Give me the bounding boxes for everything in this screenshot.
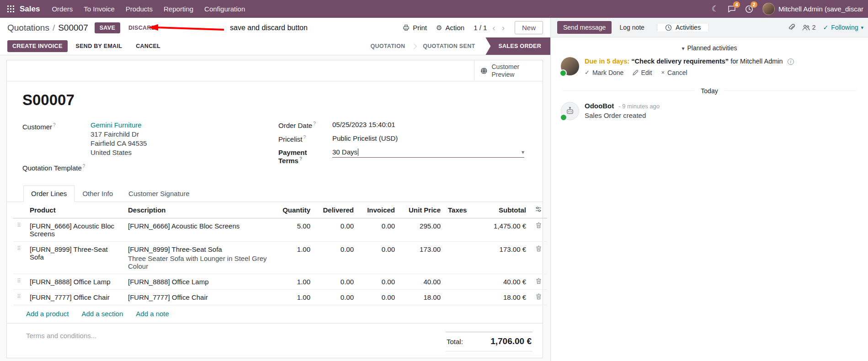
- save-button[interactable]: SAVE: [95, 22, 120, 33]
- line-delivered[interactable]: 0.00: [314, 274, 357, 290]
- pager-previous-icon[interactable]: ‹: [491, 23, 496, 32]
- line-unit-price[interactable]: 18.00: [399, 290, 444, 305]
- edit-activity-button[interactable]: Edit: [633, 69, 652, 76]
- line-taxes[interactable]: [444, 218, 479, 242]
- new-button[interactable]: New: [515, 21, 543, 34]
- menu-orders[interactable]: Orders: [46, 0, 78, 18]
- user-avatar[interactable]: [762, 3, 775, 15]
- terms-placeholder[interactable]: Terms and conditions...: [26, 332, 96, 340]
- header-delivered[interactable]: Delivered: [314, 202, 357, 218]
- line-invoiced[interactable]: 0.00: [357, 242, 399, 274]
- add-section-link[interactable]: Add a section: [81, 310, 123, 318]
- line-product[interactable]: [FURN_8999] Three-Seat Sofa: [26, 242, 124, 274]
- menu-products[interactable]: Products: [120, 0, 158, 18]
- app-name[interactable]: Sales: [20, 5, 40, 14]
- line-quantity[interactable]: 1.00: [275, 242, 314, 274]
- customer-name-link[interactable]: Gemini Furniture: [91, 121, 142, 129]
- line-description[interactable]: [FURN_8999] Three-Seat Sofa Three Seater…: [124, 242, 275, 274]
- pricelist-field[interactable]: Public Pricelist (USD): [332, 134, 398, 142]
- customer-preview-button[interactable]: Customer Preview: [474, 60, 543, 81]
- drag-handle-icon[interactable]: ⠿: [17, 278, 21, 284]
- delete-line-icon[interactable]: [536, 278, 542, 286]
- order-line-row[interactable]: ⠿ [FURN_6666] Acoustic Bloc Screens [FUR…: [13, 218, 547, 242]
- menu-to-invoice[interactable]: To Invoice: [78, 0, 120, 18]
- drag-handle-icon[interactable]: ⠿: [17, 245, 21, 252]
- line-product[interactable]: [FURN_7777] Office Chair: [26, 290, 124, 305]
- tab-other-info[interactable]: Other Info: [75, 186, 121, 202]
- log-note-button[interactable]: Log note: [613, 21, 650, 34]
- send-by-email-button[interactable]: SEND BY EMAIL: [70, 40, 128, 52]
- print-button[interactable]: Print: [403, 24, 427, 32]
- line-description[interactable]: [FURN_7777] Office Chair: [124, 290, 275, 305]
- line-product[interactable]: [FURN_6666] Acoustic Bloc Screens: [26, 218, 124, 242]
- line-unit-price[interactable]: 295.00: [399, 218, 444, 242]
- info-icon[interactable]: i: [788, 58, 794, 65]
- header-product[interactable]: Product: [26, 202, 124, 218]
- order-line-row[interactable]: ⠿ [FURN_7777] Office Chair [FURN_7777] O…: [13, 290, 547, 305]
- line-quantity[interactable]: 1.00: [275, 274, 314, 290]
- line-unit-price[interactable]: 173.00: [399, 242, 444, 274]
- mark-done-button[interactable]: ✓ Mark Done: [585, 69, 623, 76]
- odoobot-avatar[interactable]: [561, 102, 579, 120]
- step-quotation[interactable]: QUOTATION: [362, 37, 413, 55]
- header-taxes[interactable]: Taxes: [444, 202, 479, 218]
- drag-handle-icon[interactable]: ⠿: [17, 293, 21, 300]
- send-message-button[interactable]: Send message: [557, 21, 612, 34]
- activity-avatar[interactable]: [561, 57, 579, 75]
- line-invoiced[interactable]: 0.00: [357, 290, 399, 305]
- cancel-button[interactable]: CANCEL: [130, 40, 166, 52]
- breadcrumb-quotations[interactable]: Quotations: [7, 23, 49, 33]
- line-taxes[interactable]: [444, 274, 479, 290]
- following-button[interactable]: ✓ Following ▾: [823, 24, 863, 31]
- line-taxes[interactable]: [444, 290, 479, 305]
- delete-line-icon[interactable]: [536, 245, 542, 253]
- tab-order-lines[interactable]: Order Lines: [23, 186, 75, 202]
- line-quantity[interactable]: 1.00: [275, 290, 314, 305]
- create-invoice-button[interactable]: CREATE INVOICE: [7, 40, 68, 52]
- activities-clock-icon[interactable]: 2: [740, 0, 758, 18]
- optional-columns-icon[interactable]: [530, 202, 547, 218]
- attachments-button[interactable]: [788, 24, 795, 31]
- line-unit-price[interactable]: 40.00: [399, 274, 444, 290]
- add-product-link[interactable]: Add a product: [26, 310, 69, 318]
- dropdown-caret-icon[interactable]: ▾: [522, 149, 524, 155]
- header-invoiced[interactable]: Invoiced: [357, 202, 399, 218]
- pager-next-icon[interactable]: ›: [501, 23, 506, 32]
- activities-tab[interactable]: Activities: [657, 24, 709, 31]
- user-name[interactable]: Mitchell Admin (save_discar: [778, 5, 863, 13]
- line-taxes[interactable]: [444, 242, 479, 274]
- line-product[interactable]: [FURN_8888] Office Lamp: [26, 274, 124, 290]
- line-delivered[interactable]: 0.00: [314, 290, 357, 305]
- planned-activities-header[interactable]: ▾Planned activities: [551, 40, 868, 56]
- drag-handle-icon[interactable]: ⠿: [17, 222, 21, 228]
- order-line-row[interactable]: ⠿ [FURN_8888] Office Lamp [FURN_8888] Of…: [13, 274, 547, 290]
- header-subtotal[interactable]: Subtotal: [479, 202, 530, 218]
- action-button[interactable]: ⚙ Action: [436, 24, 464, 32]
- line-delivered[interactable]: 0.00: [314, 218, 357, 242]
- order-line-row[interactable]: ⠿ [FURN_8999] Three-Seat Sofa [FURN_8999…: [13, 242, 547, 274]
- add-note-link[interactable]: Add a note: [136, 310, 169, 318]
- line-description[interactable]: [FURN_6666] Acoustic Bloc Screens: [124, 218, 275, 242]
- header-unit-price[interactable]: Unit Price: [399, 202, 444, 218]
- line-invoiced[interactable]: 0.00: [357, 218, 399, 242]
- apps-grid-icon[interactable]: [3, 5, 19, 12]
- line-quantity[interactable]: 5.00: [275, 218, 314, 242]
- menu-reporting[interactable]: Reporting: [158, 0, 199, 18]
- delete-line-icon[interactable]: [536, 293, 542, 301]
- line-delivered[interactable]: 0.00: [314, 242, 357, 274]
- order-date-field[interactable]: 05/25/2023 15:40:01: [332, 121, 395, 128]
- header-description[interactable]: Description: [124, 202, 275, 218]
- message-author[interactable]: OdooBot: [585, 102, 614, 110]
- header-quantity[interactable]: Quantity: [275, 202, 314, 218]
- delete-line-icon[interactable]: [536, 222, 542, 230]
- cancel-activity-button[interactable]: × Cancel: [661, 69, 687, 76]
- step-sales-order[interactable]: SALES ORDER: [485, 37, 550, 55]
- dark-mode-icon[interactable]: ☾: [707, 0, 723, 18]
- followers-button[interactable]: 2: [802, 24, 816, 31]
- line-invoiced[interactable]: 0.00: [357, 274, 399, 290]
- line-description[interactable]: [FURN_8888] Office Lamp: [124, 274, 275, 290]
- menu-configuration[interactable]: Configuration: [199, 0, 250, 18]
- tab-customer-signature[interactable]: Customer Signature: [121, 186, 197, 202]
- payment-terms-field[interactable]: 30 Days ▾: [332, 148, 524, 158]
- messages-icon[interactable]: 4: [723, 0, 740, 18]
